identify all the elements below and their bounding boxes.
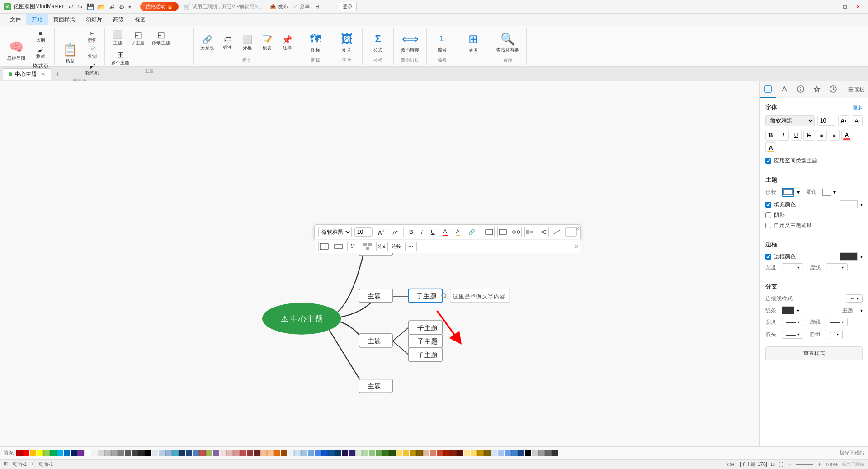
color-cell[interactable] [532,450,538,456]
color-cell[interactable] [308,450,314,456]
color-cell[interactable] [152,450,158,456]
custom-width-checkbox[interactable] [765,223,771,228]
ribbon-btn-multi-topic[interactable]: ⊞ 多个主题 [108,49,132,67]
more-btn[interactable]: ▾ [128,4,131,10]
branch-width-selector[interactable]: —— ▾ [782,318,803,326]
menu-view[interactable]: 视图 [129,14,151,25]
ribbon-btn-mindmap[interactable]: 🧠 思维导图 [4,37,29,63]
float-highlight-color[interactable]: A [453,227,463,237]
arrow-shape-selector[interactable]: ⌒ ▾ [826,330,843,339]
color-cell[interactable] [199,450,206,456]
win-maximize-btn[interactable]: □ [839,2,851,11]
float-row2-layout2[interactable] [362,242,373,251]
color-cell[interactable] [57,450,63,456]
color-cell[interactable] [505,450,511,456]
color-cell[interactable] [213,450,219,456]
menu-slideshow[interactable]: 幻灯片 [80,14,108,25]
color-cell[interactable] [511,450,518,456]
color-cell[interactable] [267,450,274,456]
color-cell[interactable] [23,450,29,456]
menu-advanced[interactable]: 高级 [108,14,129,25]
zoom-out-btn[interactable]: － [787,461,792,468]
menu-file[interactable]: 文件 [5,14,26,25]
underline-btn[interactable]: U [791,130,802,141]
menu-page-style[interactable]: 页面样式 [48,14,80,25]
redo-btn[interactable]: ↪ [77,3,83,10]
color-cell[interactable] [145,450,151,456]
radius-dropdown[interactable]: ▾ [833,189,836,195]
float-row2-outline2[interactable] [333,242,344,251]
panel-tab-info[interactable] [793,81,809,98]
ribbon-btn-relation[interactable]: 🔗 关系线 [198,34,217,52]
fill-color-swatch[interactable] [840,200,858,208]
color-cell[interactable] [98,450,104,456]
ribbon-btn-more[interactable]: ⊞ 更多 [462,29,485,55]
layout-toggle[interactable]: ⊞ [771,461,775,467]
ribbon-btn-formula[interactable]: Σ 公式 [366,29,390,55]
font-color-btn[interactable]: A [841,130,852,141]
color-cell[interactable] [179,450,185,456]
color-cell[interactable] [518,450,524,456]
color-cell[interactable] [233,450,240,456]
color-cell[interactable] [260,450,267,456]
branch-dash-selector[interactable]: —— ▾ [826,318,848,326]
ribbon-btn-note[interactable]: 📌 注释 [278,34,296,52]
apply-similar-checkbox[interactable] [765,158,771,164]
color-cell[interactable] [247,450,253,456]
color-cell[interactable] [477,450,484,456]
color-cell[interactable] [498,450,504,456]
tab-add-btn[interactable]: + [52,69,63,80]
font-section-more[interactable]: 更多 [853,104,863,111]
ribbon-btn-copy[interactable]: 📄 复制 [84,45,101,61]
float-font-size[interactable] [354,227,373,237]
page-selector[interactable]: 页面-1 [12,461,27,468]
panel-tab-format[interactable] [776,81,793,98]
color-cell[interactable] [159,450,165,456]
color-cell[interactable] [64,450,70,456]
panel-tab-clock[interactable] [825,81,841,98]
radius-none[interactable] [822,189,831,196]
color-cell[interactable] [342,450,348,456]
color-cell[interactable] [525,450,531,456]
branch-line-color[interactable] [782,306,794,314]
zoom-in-btn[interactable]: ＋ [817,461,822,468]
tab-close-icon[interactable]: ✕ [41,71,45,77]
float-row2-branch2[interactable]: 分支 [376,242,388,251]
win-close-btn[interactable]: ✕ [852,2,864,11]
color-cell[interactable] [416,450,423,456]
float-underline[interactable]: U [428,228,438,236]
fill-color-checkbox[interactable] [765,202,771,208]
color-cell[interactable] [410,450,416,456]
color-cell[interactable] [274,450,280,456]
ribbon-btn-frame[interactable]: ⬜ 外框 [238,34,256,52]
expand-btn[interactable]: ⊞ [315,4,319,9]
color-cell[interactable] [450,450,457,456]
topic-dropdown2[interactable]: ▾ [860,308,863,313]
color-cell[interactable] [294,450,301,456]
menu-start[interactable]: 开始 [26,14,48,25]
color-cell[interactable] [545,450,552,456]
shape-dropdown[interactable]: ▾ [797,189,800,195]
win-minimize-btn[interactable]: ─ [826,2,838,11]
color-cell[interactable] [538,450,545,456]
ribbon-btn-subtopic[interactable]: ◱ 子主题 [128,29,147,47]
color-cell[interactable] [443,450,450,456]
color-cell[interactable] [30,450,36,456]
save-btn[interactable]: 💾 [86,3,94,10]
color-cell[interactable] [165,450,172,456]
publish-btn[interactable]: 📤 发布 [270,3,288,10]
float-branch-btn[interactable] [538,227,549,237]
strikethrough-btn[interactable]: S [803,130,814,141]
panel-expand-btn[interactable]: ☰ 面板 [844,85,868,95]
float-italic[interactable]: I [419,228,425,236]
color-cell[interactable] [104,450,111,456]
ribbon-btn-find[interactable]: 🔍 查找和替换 [493,29,523,55]
open-btn[interactable]: 📂 [98,3,105,10]
print-btn[interactable]: 🖨 [109,3,115,10]
login-btn[interactable]: 登录 [339,2,357,11]
font-family-select[interactable]: 微软雅黑 宋体 黑体 [765,115,815,126]
float-font-family[interactable]: 微软雅黑 宋体 Arial [318,227,352,237]
border-color-dropdown[interactable]: ▾ [860,254,863,259]
highlight-btn[interactable]: A [765,142,776,153]
float-distance-btn[interactable] [511,227,522,237]
